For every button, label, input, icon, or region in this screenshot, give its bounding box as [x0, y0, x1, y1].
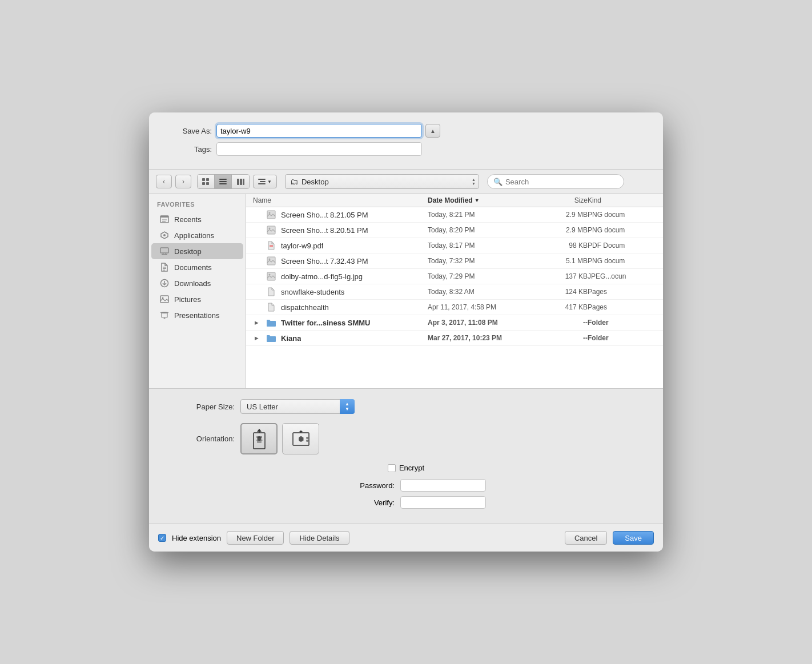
file-kind: PNG docum — [588, 211, 656, 219]
column-view-button[interactable] — [232, 175, 249, 188]
expand-arrow-icon: ▶ — [253, 335, 260, 341]
icon-view-button[interactable] — [198, 175, 215, 188]
file-size: 137 KB — [542, 272, 588, 280]
sidebar-item-presentations[interactable]: Presentations — [151, 307, 243, 323]
table-row[interactable]: dolby-atmo...d-fig5-lg.jpg Today, 7:29 P… — [246, 269, 663, 284]
svg-point-33 — [269, 212, 271, 214]
svg-rect-11 — [260, 181, 266, 182]
portrait-orientation-button[interactable] — [240, 423, 278, 454]
file-kind: PDF Docum — [588, 242, 656, 249]
hide-extension-label: Hide extension — [172, 534, 221, 542]
tags-input[interactable] — [216, 142, 422, 156]
svg-point-35 — [269, 228, 271, 230]
search-icon: 🔍 — [493, 178, 503, 186]
table-row[interactable]: Screen Sho...t 8.21.05 PM Today, 8:21 PM… — [246, 207, 663, 223]
file-name-cell: Screen Sho...t 8.21.05 PM — [253, 210, 428, 220]
encrypt-row: Encrypt — [166, 464, 646, 472]
svg-point-17 — [163, 234, 166, 236]
svg-marker-51 — [299, 430, 303, 432]
forward-button[interactable]: › — [175, 175, 191, 188]
sidebar-item-recents[interactable]: Recents — [151, 211, 243, 227]
paper-size-selector[interactable]: US Letter A4 Legal ▲▼ — [240, 399, 355, 414]
paper-size-select[interactable]: US Letter A4 Legal — [240, 399, 355, 414]
svg-rect-27 — [160, 296, 168, 303]
file-name-cell: Screen Sho...t 7.32.43 PM — [253, 256, 428, 266]
file-kind: PNG docum — [588, 226, 656, 234]
file-name: Screen Sho...t 8.21.05 PM — [281, 211, 368, 219]
back-button[interactable]: ‹ — [156, 175, 172, 188]
file-name-cell: ▶ Twitter for...siness SMMU — [253, 317, 428, 328]
search-input[interactable] — [505, 178, 618, 186]
table-row[interactable]: ▶ Kiana Mar 27, 2017, 10:23 PM -- Folder — [246, 331, 663, 346]
sidebar-item-applications[interactable]: Applications — [151, 227, 243, 243]
hide-extension-checkbox[interactable]: ✓ — [158, 534, 166, 542]
landscape-orientation-button[interactable] — [282, 423, 319, 454]
search-box[interactable]: 🔍 — [487, 174, 624, 189]
location-selector[interactable]: 🗂 Desktop ▲▼ — [285, 174, 479, 189]
file-kind: Pages — [588, 303, 656, 311]
expand-arrow-icon: ▶ — [253, 319, 260, 326]
cancel-button[interactable]: Cancel — [565, 531, 607, 545]
file-name: dolby-atmo...d-fig5-lg.jpg — [281, 272, 363, 281]
sidebar-item-downloads[interactable]: Downloads — [151, 275, 243, 291]
col-header-kind[interactable]: Kind — [588, 196, 656, 204]
col-header-size[interactable]: Size — [542, 196, 588, 204]
save-button[interactable]: Save — [613, 531, 654, 545]
pictures-icon — [159, 294, 170, 304]
folder-icon — [266, 317, 276, 328]
list-view-button[interactable] — [215, 175, 232, 188]
file-date: Apr 11, 2017, 4:58 PM — [428, 303, 542, 311]
orientation-row: Orientation: — [166, 423, 646, 454]
svg-marker-44 — [257, 429, 262, 432]
svg-rect-4 — [219, 179, 227, 180]
collapse-expand-button[interactable]: ▲ — [425, 124, 440, 138]
main-area: Favorites Recents Applications Desktop — [149, 194, 663, 388]
sidebar-item-desktop[interactable]: Desktop — [151, 243, 243, 259]
svg-rect-8 — [240, 179, 242, 185]
save-as-input[interactable] — [216, 124, 422, 138]
password-input[interactable] — [400, 479, 486, 492]
file-date: Today, 8:21 PM — [428, 211, 542, 219]
encrypt-checkbox[interactable] — [388, 464, 396, 472]
table-row[interactable]: dispatchhealth Apr 11, 2017, 4:58 PM 417… — [246, 300, 663, 315]
recents-icon — [159, 214, 170, 224]
password-row: Password: — [166, 479, 646, 492]
file-name: Screen Sho...t 7.32.43 PM — [281, 257, 368, 265]
table-row[interactable]: Screen Sho...t 7.32.43 PM Today, 7:32 PM… — [246, 253, 663, 269]
encrypt-label: Encrypt — [399, 464, 424, 472]
svg-rect-5 — [219, 181, 227, 182]
desktop-icon — [159, 246, 170, 256]
file-name: snowflake-students — [281, 288, 344, 296]
dialog-footer: ✓ Hide extension New Folder Hide Details… — [149, 524, 663, 552]
svg-point-54 — [306, 437, 308, 439]
file-name-cell: ▶ Kiana — [253, 333, 428, 343]
svg-rect-12 — [258, 183, 266, 184]
favorites-section-title: Favorites — [149, 201, 246, 211]
table-row[interactable]: taylor-w9.pdf Today, 8:17 PM 98 KB PDF D… — [246, 238, 663, 253]
table-row[interactable]: Screen Sho...t 8.20.51 PM Today, 8:20 PM… — [246, 223, 663, 238]
file-name-cell: dolby-atmo...d-fig5-lg.jpg — [253, 271, 428, 281]
file-size: 417 KB — [542, 303, 588, 311]
svg-rect-14 — [160, 216, 168, 218]
col-header-date[interactable]: Date Modified ▼ — [428, 196, 542, 204]
save-as-row: Save As: ▲ — [166, 124, 646, 138]
table-row[interactable]: snowflake-students Today, 8:32 AM 124 KB… — [246, 284, 663, 300]
arrange-button[interactable]: ▼ — [253, 175, 277, 188]
new-folder-button[interactable]: New Folder — [227, 531, 284, 545]
file-date: Today, 7:29 PM — [428, 272, 542, 280]
sidebar-item-pictures[interactable]: Pictures — [151, 291, 243, 307]
verify-input[interactable] — [400, 496, 486, 509]
file-name-cell: Screen Sho...t 8.20.51 PM — [253, 225, 428, 235]
file-kind: Folder — [588, 319, 656, 327]
table-row[interactable]: ▶ Twitter for...siness SMMU Apr 3, 2017,… — [246, 315, 663, 331]
sidebar-item-presentations-label: Presentations — [174, 311, 220, 320]
image-icon — [266, 210, 276, 220]
file-name: taylor-w9.pdf — [281, 242, 323, 250]
col-header-name[interactable]: Name — [253, 196, 428, 204]
sidebar-item-documents-label: Documents — [174, 263, 212, 272]
file-date: Today, 8:20 PM — [428, 226, 542, 234]
save-as-label: Save As: — [166, 127, 212, 135]
file-size: 98 KB — [542, 242, 588, 249]
hide-details-button[interactable]: Hide Details — [290, 531, 349, 545]
sidebar-item-documents[interactable]: Documents — [151, 259, 243, 275]
